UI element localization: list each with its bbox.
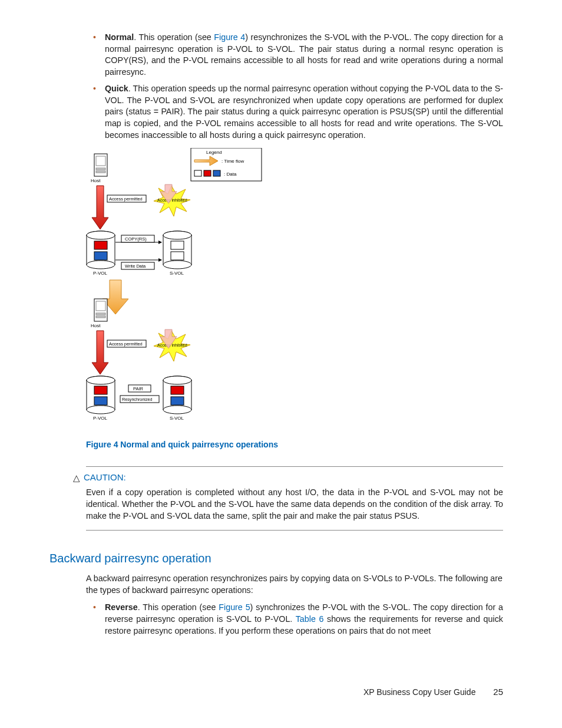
svg-point-54 (163, 406, 191, 414)
svg-rect-37 (96, 301, 105, 311)
svg-text:: Data: : Data (224, 172, 237, 177)
bullet-label: Normal (105, 32, 134, 42)
svg-text:Host: Host (91, 178, 101, 183)
svg-text:Legend: Legend (206, 150, 222, 155)
caution-block: △CAUTION: Even if a copy operation is co… (86, 466, 503, 531)
svg-text:PAIR: PAIR (133, 386, 144, 391)
svg-text:Access permitted: Access permitted (109, 341, 143, 347)
svg-rect-5 (213, 170, 220, 176)
svg-text:Resynchronized: Resynchronized (122, 397, 153, 402)
list-item: Quick. This operation speeds up the norm… (105, 83, 503, 141)
svg-point-55 (163, 376, 191, 384)
svg-text:Access inhibited: Access inhibited (157, 343, 187, 347)
svg-text:COPY(RS): COPY(RS) (125, 236, 147, 242)
figure-4-link[interactable]: Figure 4 (214, 32, 245, 42)
figure-4-diagram: Legend : Time flow : Data Host Access pe… (86, 148, 503, 450)
svg-text:: Time flow: : Time flow (222, 159, 244, 164)
pvol-top (87, 231, 115, 269)
caution-heading: CAUTION: (84, 472, 126, 482)
svg-point-26 (163, 231, 191, 239)
svg-text:S-VOL: S-VOL (170, 416, 184, 421)
svg-rect-50 (94, 397, 107, 405)
svg-rect-8 (96, 156, 105, 166)
svg-rect-27 (171, 241, 184, 249)
svg-rect-56 (171, 386, 184, 394)
bullet-label: Quick (105, 84, 128, 93)
svg-text:P-VOL: P-VOL (93, 416, 108, 421)
svg-point-48 (87, 376, 115, 384)
page-number: 25 (493, 686, 503, 699)
svg-rect-20 (94, 241, 107, 249)
section-intro: A backward pairresync operation resynchr… (86, 573, 503, 596)
svg-rect-9 (96, 168, 105, 170)
svg-rect-38 (96, 313, 105, 315)
svg-text:Write Data: Write Data (125, 263, 146, 269)
svg-text:P-VOL: P-VOL (93, 271, 108, 276)
svg-rect-10 (96, 171, 105, 173)
svol-bottom (163, 376, 191, 414)
svg-rect-21 (94, 252, 107, 260)
svg-rect-4 (204, 170, 211, 176)
list-item: Normal. This operation (see Figure 4) re… (105, 32, 503, 78)
pvol-bottom (87, 376, 115, 414)
page-footer: XP Business Copy User Guide 25 (363, 686, 503, 699)
svg-point-25 (163, 261, 191, 269)
svg-text:Access inhibited: Access inhibited (157, 198, 187, 202)
svol-top (163, 231, 191, 269)
caution-icon: △ (73, 472, 80, 485)
list-item: Reverse. This operation (see Figure 5) s… (105, 602, 503, 637)
svg-text:S-VOL: S-VOL (170, 271, 184, 276)
caution-text: Even if a copy operation is completed wi… (86, 487, 503, 522)
svg-rect-3 (194, 170, 201, 176)
bullet-list-top: Normal. This operation (see Figure 4) re… (90, 32, 503, 141)
footer-title: XP Business Copy User Guide (363, 687, 475, 697)
svg-rect-49 (94, 386, 107, 394)
svg-point-47 (87, 406, 115, 414)
figure-caption: Figure 4 Normal and quick pairresync ope… (86, 439, 503, 450)
table-6-link[interactable]: Table 6 (296, 614, 324, 624)
svg-point-19 (87, 231, 115, 239)
svg-text:Host: Host (91, 323, 101, 328)
figure-5-link[interactable]: Figure 5 (219, 602, 250, 612)
svg-point-18 (87, 261, 115, 269)
section-heading: Backward pairresync operation (49, 551, 503, 567)
svg-text:Access permitted: Access permitted (109, 196, 143, 202)
svg-rect-57 (171, 397, 184, 405)
svg-rect-28 (171, 252, 184, 260)
bullet-list-bottom: Reverse. This operation (see Figure 5) s… (90, 602, 503, 637)
svg-rect-39 (96, 316, 105, 318)
bullet-label: Reverse (105, 602, 138, 612)
